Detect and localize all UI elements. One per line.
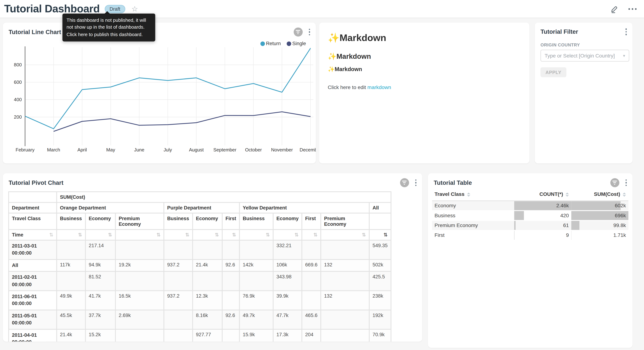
- pivot-card-header: Tutorial Pivot Chart: [9, 178, 418, 187]
- ellipsis-menu-button[interactable]: [628, 8, 636, 10]
- sort-icon[interactable]: ⇅: [274, 230, 302, 240]
- pivot-col-dim-label: Travel Class: [9, 214, 56, 229]
- legend-label: Single: [292, 40, 306, 46]
- sort-icon[interactable]: ⇅: [86, 230, 115, 240]
- sort-caret-icon[interactable]: [566, 192, 569, 196]
- legend-item[interactable]: Return: [260, 40, 281, 46]
- pivot-class-header[interactable]: Premium Economy: [321, 214, 369, 229]
- pivot-group-header[interactable]: Purple Department: [164, 203, 239, 212]
- x-axis-label: June: [134, 147, 144, 152]
- apply-button[interactable]: APPLY: [540, 67, 566, 77]
- markdown-card[interactable]: ✨Markdown ✨Markdown ✨Markdown Click here…: [319, 23, 529, 164]
- pivot-value-cell: 192k: [370, 310, 390, 328]
- pivot-class-header[interactable]: First: [222, 214, 239, 229]
- kebab-menu-icon[interactable]: [414, 178, 418, 187]
- x-axis-label: April: [78, 147, 87, 152]
- pivot-value-cell: 217.14: [86, 241, 115, 259]
- table-row[interactable]: Premium Economy6199.8k: [432, 220, 628, 230]
- pivot-value-cell: [164, 330, 192, 342]
- legend-dot-icon: [260, 41, 265, 46]
- x-axis-label: August: [189, 147, 204, 152]
- table-row[interactable]: Business420696k: [432, 210, 628, 220]
- publish-tooltip: This dashboard is not published, it will…: [62, 14, 155, 41]
- pivot-time-header[interactable]: Time⇅: [9, 230, 56, 240]
- table-row[interactable]: Economy2.46k602k: [432, 201, 628, 210]
- legend-item[interactable]: Single: [286, 40, 306, 46]
- edit-dashboard-button[interactable]: [610, 5, 618, 13]
- applied-filter-badge-icon[interactable]: [294, 28, 302, 37]
- sort-icon[interactable]: ⇅: [164, 230, 192, 240]
- line-chart-card-header: Tutorial Line Chart: [9, 28, 312, 37]
- pivot-value-cell: [240, 241, 273, 259]
- pivot-class-header[interactable]: Business: [240, 214, 273, 229]
- pivot-value-cell: [240, 272, 273, 290]
- pivot-value-cell: 76.9k: [240, 291, 273, 310]
- travel-class-cell: Economy: [432, 201, 514, 210]
- pivot-group-header[interactable]: Yellow Department: [240, 203, 369, 212]
- applied-filter-badge-icon[interactable]: [610, 178, 619, 187]
- pencil-icon: [610, 5, 618, 13]
- pivot-row-label: 2011-03-01 00:00:00: [9, 241, 56, 259]
- pivot-value-cell: 937.2: [164, 291, 192, 310]
- pivot-value-cell: 94.9k: [86, 260, 115, 271]
- markdown-h1: ✨Markdown: [328, 32, 521, 44]
- pivot-class-header[interactable]: [370, 214, 390, 229]
- sort-icon[interactable]: ⇅: [116, 230, 164, 240]
- sort-caret-icon[interactable]: [622, 192, 626, 196]
- sort-caret-icon[interactable]: [467, 192, 470, 196]
- pivot-class-header[interactable]: First: [302, 214, 320, 229]
- pivot-group-header[interactable]: Orange Department: [57, 203, 164, 212]
- pivot-value-cell: 49.9k: [57, 291, 85, 310]
- pivot-class-header[interactable]: Economy: [86, 214, 115, 229]
- pivot-value-cell: [116, 241, 164, 259]
- pivot-class-header[interactable]: Premium Economy: [116, 214, 164, 229]
- kebab-menu-icon[interactable]: [624, 28, 628, 36]
- origin-country-select[interactable]: Type or Select [Origin Country] ▾: [540, 50, 629, 62]
- sort-icon[interactable]: ⇅: [321, 230, 369, 240]
- pivot-value-cell: [164, 272, 192, 290]
- pivot-value-cell: [116, 272, 164, 290]
- x-axis-label: July: [164, 147, 172, 152]
- pivot-class-header[interactable]: Economy: [274, 214, 302, 229]
- line-chart-card: Tutorial Line Chart ReturnSingle 2004006…: [3, 23, 316, 164]
- pivot-value-cell: 343.98: [274, 272, 302, 290]
- pivot-class-header[interactable]: Economy: [193, 214, 222, 229]
- kebab-menu-icon[interactable]: [307, 28, 312, 36]
- sort-icon[interactable]: ⇅: [57, 230, 85, 240]
- sort-icon[interactable]: ⇅: [302, 230, 320, 240]
- pivot-value-cell: [302, 291, 320, 310]
- sort-icon[interactable]: ⇅: [49, 232, 54, 238]
- pivot-row: 2011-03-01 00:00:00217.14332.21549.35: [9, 241, 390, 259]
- y-axis-tick: 200: [14, 114, 22, 120]
- star-icon[interactable]: ☆: [131, 5, 138, 12]
- column-header-travel-class[interactable]: Travel Class: [432, 189, 514, 201]
- sort-icon[interactable]: ⇅: [370, 230, 390, 240]
- pivot-group-header[interactable]: All: [370, 203, 390, 212]
- select-placeholder: Type or Select [Origin Country]: [544, 53, 621, 58]
- sum-cost-cell: 602k: [571, 201, 628, 210]
- sort-icon[interactable]: ⇅: [193, 230, 222, 240]
- column-header-sum-cost-[interactable]: SUM(Cost): [571, 189, 628, 201]
- pivot-class-header[interactable]: Business: [164, 214, 192, 229]
- filter-field-label: ORIGIN COUNTRY: [540, 42, 626, 47]
- kebab-menu-icon[interactable]: [624, 178, 628, 187]
- column-header-count-[interactable]: COUNT(*): [514, 189, 572, 201]
- x-axis-label: October: [245, 147, 262, 152]
- series-line-single[interactable]: [54, 112, 310, 131]
- applied-filter-badge-icon[interactable]: [400, 178, 409, 187]
- sort-icon[interactable]: ⇅: [240, 230, 273, 240]
- pivot-value-cell: [222, 272, 239, 290]
- markdown-edit-link[interactable]: markdown: [367, 84, 391, 90]
- pivot-row-label: 2011-04-01 00:00:00: [9, 330, 56, 342]
- sort-icon[interactable]: ⇅: [222, 230, 239, 240]
- travel-class-cell: First: [432, 230, 514, 240]
- markdown-paragraph: Click here to edit markdown: [328, 84, 521, 90]
- pivot-value-cell: 669.6: [302, 260, 320, 271]
- table-row[interactable]: First91.71k: [432, 230, 628, 240]
- pivot-value-cell: 132: [321, 291, 369, 310]
- pivot-class-header[interactable]: Business: [57, 214, 85, 229]
- count-cell: 9: [514, 230, 572, 240]
- x-axis-label: November: [271, 147, 293, 152]
- pivot-value-cell: 47.7k: [274, 310, 302, 328]
- pivot-value-cell: [302, 241, 320, 259]
